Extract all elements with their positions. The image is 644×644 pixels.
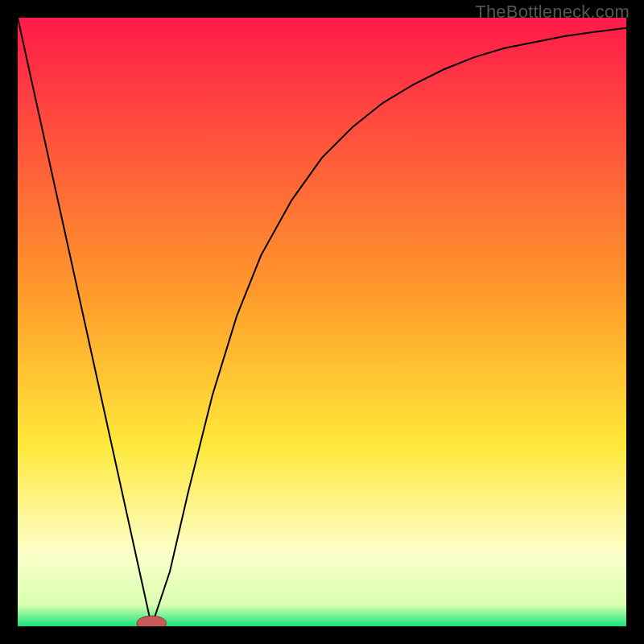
watermark-text: TheBottleneck.com [475,2,630,23]
bottleneck-chart [18,18,626,626]
chart-background [18,18,626,626]
